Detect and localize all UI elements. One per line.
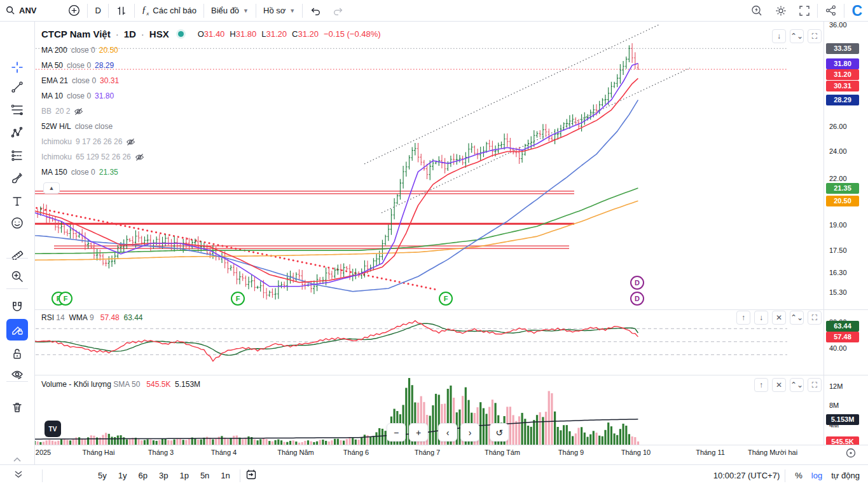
event-marker-F[interactable]: F [59,292,72,305]
range-button-5n[interactable]: 5n [196,469,214,482]
volume-bar [179,439,181,445]
volume-bar [554,412,556,445]
collapse-pane-button[interactable]: ⌃⌄ [790,29,804,43]
sidebar-tool-forecast[interactable] [6,145,28,166]
sidebar-tool-magnet[interactable] [6,296,28,318]
main-chart-canvas[interactable]: FFFFDD [0,22,789,309]
scroll-left-button[interactable]: ‹ [438,423,457,442]
move-pane-down-button[interactable]: ↓ [754,311,768,325]
volume-bar [128,439,130,445]
profile-menu-button[interactable]: Hồ sơ▼ [258,3,301,19]
indicator-row[interactable]: EMA 21close 030.31 [41,74,119,88]
tradingview-logo[interactable]: TV [45,421,61,437]
sidebar-tool-zoomin[interactable] [6,266,28,287]
event-marker-D[interactable]: D [631,276,644,289]
close-pane-button[interactable]: ✕ [772,378,786,392]
eye-off-icon[interactable] [126,138,135,146]
goto-date-button[interactable] [245,469,257,482]
timezone-settings-icon[interactable] [845,447,857,459]
scroll-right-button[interactable]: › [460,423,479,442]
indicator-row[interactable]: MA 150close 021.35 [41,165,118,179]
sidebar-tool-fib[interactable] [6,99,28,121]
symbol-legend[interactable]: CTCP Nam Việt · 1D · HSX O31.40 H31.80 L… [41,29,381,39]
rsi-legend[interactable]: RSI 14 WMA 9 57.48 63.44 [41,313,143,322]
trendline-drawing[interactable] [1,201,437,290]
maximize-pane-button[interactable]: ⛶ [808,311,822,325]
symbol-search-button[interactable]: ANV [0,3,42,19]
close-pane-button[interactable]: ✕ [772,311,786,325]
zoom-out-button[interactable]: − [387,423,406,442]
interval-button[interactable]: D [89,3,106,19]
collapse-pane-button[interactable]: ⌃⌄ [790,311,804,325]
top-toolbar: ANV D ƒx Các chỉ báo Biểu đồ▼ Hồ sơ▼ [0,0,868,22]
move-pane-down-button[interactable]: ↓ [772,29,786,43]
quick-action-button[interactable] [745,3,769,19]
indicator-row[interactable]: MA 50close 028.29 [41,58,114,72]
trendline-drawing[interactable] [364,24,660,164]
volume-bar [102,435,104,445]
redo-button[interactable] [327,3,350,19]
range-button-1p[interactable]: 1p [175,469,193,482]
indicator-row[interactable]: Ichimoku65 129 52 26 26 [41,150,144,164]
volume-bar [346,439,348,445]
chart-menu-button[interactable]: Biểu đồ▼ [205,3,254,19]
sidebar-tool-lock[interactable] [6,343,28,365]
chevron-down-icon: ▼ [243,8,249,14]
hide-panel-button[interactable] [0,470,37,481]
event-marker-D[interactable]: D [631,292,644,305]
sidebar-tool-editlock[interactable] [6,319,28,341]
indicators-button[interactable]: ƒx Các chỉ báo [136,3,202,19]
undo-button[interactable] [304,3,327,19]
rsi-line[interactable] [2,321,638,361]
sidebar-tool-ruler[interactable] [6,243,28,264]
log-scale-button[interactable]: log [807,469,827,482]
event-marker-F[interactable]: F [439,292,452,305]
compare-add-button[interactable] [62,3,86,19]
indicator-row[interactable]: 52W H/Lclose close [41,119,113,133]
maximize-pane-button[interactable]: ⛶ [808,29,822,43]
sidebar-tool-trendline[interactable] [6,76,28,98]
maximize-pane-button[interactable]: ⛶ [808,378,822,392]
legend-collapse-button[interactable]: ▲ [43,182,60,194]
indicator-row[interactable]: MA 10close 031.80 [41,89,114,103]
auto-scale-button[interactable]: tự động [827,469,864,482]
move-pane-up-button[interactable]: ↑ [754,378,768,392]
sidebar-tool-pattern[interactable] [6,122,28,144]
volume-legend[interactable]: Volume - Khối lượng SMA 50 545.5K 5.153M [41,380,200,389]
percent-scale-button[interactable]: % [790,469,807,482]
indicator-row[interactable]: Ichimoku9 17 26 26 26 [41,135,135,149]
range-button-1y[interactable]: 1y [114,469,132,482]
sidebar-tool-crosshair[interactable] [6,57,28,78]
range-button-6p[interactable]: 6p [134,469,151,482]
eye-off-icon[interactable] [135,153,144,161]
broker-logo[interactable]: C [846,3,868,19]
fullscreen-button[interactable] [793,3,816,19]
sidebar-tool-hidedrawings[interactable] [6,365,28,386]
sidebar-tool-trash[interactable] [6,396,28,418]
share-button[interactable] [819,3,843,19]
volume-bar [563,425,565,445]
time-axis[interactable]: 2025Tháng HaiTháng 3Tháng 4Tháng NămThán… [35,445,868,464]
indicator-row[interactable]: MA 200close 020.50 [41,43,118,57]
range-button-1n[interactable]: 1n [216,469,234,482]
clock[interactable]: 10:00:27 (UTC+7) [713,471,780,480]
collapse-pane-button[interactable]: ⌃⌄ [790,378,804,392]
reset-chart-button[interactable]: ↺ [490,423,509,442]
svg-text:D: D [635,279,640,287]
range-button-5y[interactable]: 5y [93,469,111,482]
range-button-3p[interactable]: 3p [155,469,172,482]
settings-button[interactable] [769,3,793,19]
chart-type-button[interactable] [110,3,133,19]
sidebar-tool-emoji[interactable] [6,212,28,234]
indicator-row[interactable]: BB20 2 [41,104,83,118]
sidebar-tool-text[interactable] [6,191,28,212]
event-marker-F[interactable]: F [231,292,244,305]
eye-off-icon[interactable] [74,107,83,116]
price-axis[interactable]: 36.0026.0024.0022.0019.0017.5016.3015.30… [823,22,868,445]
sidebar-tool-brush[interactable] [6,168,28,189]
price-badge: 31.80 [826,58,859,69]
volume-bar [634,437,636,445]
move-pane-up-button[interactable]: ↑ [736,311,750,325]
zoom-in-button[interactable]: + [409,423,428,442]
rsi-ma-line[interactable] [2,323,638,355]
